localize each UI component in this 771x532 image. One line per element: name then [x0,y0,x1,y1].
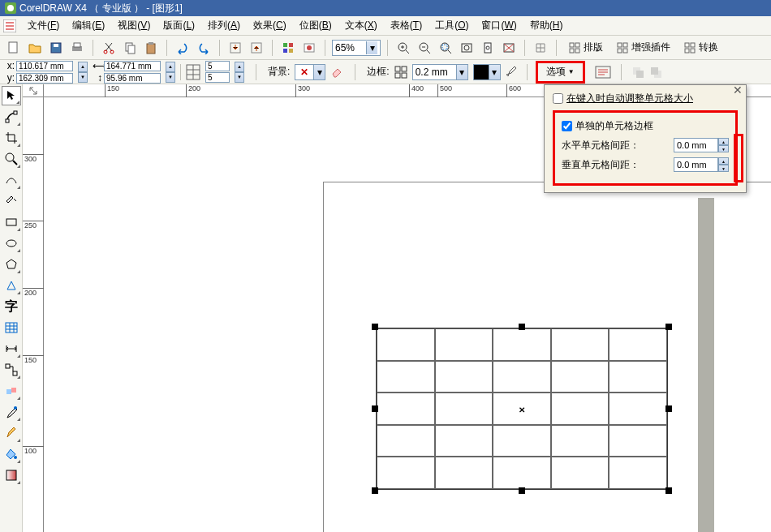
eraser-icon[interactable] [330,66,343,79]
export-button[interactable] [248,39,265,57]
handle-tm[interactable] [519,324,525,330]
svg-rect-52 [651,67,658,75]
menu-l[interactable]: 版面(L) [157,17,201,34]
bg-dropdown[interactable]: ▾ [314,64,325,80]
ruler-origin[interactable] [23,84,44,97]
zoom-fit-button[interactable] [458,39,476,57]
zoom-page-button[interactable] [479,39,497,57]
hspace-spinner[interactable]: ▲▼ [718,138,729,152]
svg-rect-41 [685,49,689,53]
handle-bl[interactable] [372,487,378,494]
blend-tool[interactable] [2,381,21,401]
shape-tool[interactable] [2,107,21,127]
menu-x[interactable]: 文本(X) [338,17,384,34]
crop-tool[interactable] [2,128,21,148]
undo-button[interactable] [174,39,192,57]
menu-w[interactable]: 窗口(W) [475,17,523,34]
menu-c[interactable]: 效果(C) [247,17,293,34]
close-icon[interactable]: ✕ [733,84,743,97]
cols-input[interactable] [205,72,230,83]
rc-spinner[interactable]: ▲▼ [235,62,244,83]
border-color-dropdown[interactable]: ▾ [489,64,501,80]
rectangle-tool[interactable] [2,212,21,232]
print-button[interactable] [68,39,86,57]
menu-a[interactable]: 排列(A) [201,17,247,34]
back-icon[interactable] [649,66,662,79]
menu-h[interactable]: 帮助(H) [523,17,570,34]
smart-draw-tool[interactable] [2,191,21,211]
new-button[interactable] [5,39,23,57]
border-all-icon[interactable] [394,66,407,79]
zoom-select[interactable]: 65% ▾ [332,40,381,56]
ellipse-tool[interactable] [2,234,21,253]
app-launcher-button[interactable] [279,39,297,57]
bg-none-swatch[interactable]: ✕ [295,64,314,80]
import-button[interactable] [226,39,244,57]
cut-button[interactable] [100,39,118,57]
outline-tool[interactable] [2,423,21,443]
menu-o[interactable]: 工具(O) [429,17,475,34]
options-button[interactable]: 选项▼ [536,61,585,84]
autofit-checkbox[interactable] [553,93,563,104]
width-input[interactable] [104,61,161,71]
text-wrap-icon[interactable] [595,66,611,79]
convert-button[interactable]: 转换 [678,39,723,56]
front-icon[interactable] [631,66,644,79]
vspace-spinner[interactable]: ▲▼ [718,157,729,172]
zoom-tool[interactable] [2,149,21,169]
y-input[interactable] [16,73,73,84]
redo-button[interactable] [195,39,213,57]
open-button[interactable] [26,39,44,57]
separate-checkbox[interactable] [562,121,572,131]
menu-f[interactable]: 文件(F) [21,17,66,34]
menu-t[interactable]: 表格(T) [384,17,429,34]
svg-rect-53 [6,119,9,122]
table-tool[interactable] [2,318,21,337]
handle-br[interactable] [665,487,672,494]
welcome-button[interactable] [300,39,318,57]
xy-spinner[interactable]: ▲▼ [78,62,88,83]
paste-button[interactable] [142,39,160,57]
x-input[interactable] [16,61,73,71]
handle-mr[interactable] [665,405,672,412]
enhance-button[interactable]: 增强插件 [611,39,675,56]
zoomout-button[interactable] [416,39,433,57]
basic-shapes-tool[interactable] [2,276,21,295]
wh-spinner[interactable]: ▲▼ [166,62,175,83]
menu-b[interactable]: 位图(B) [293,17,338,34]
menu-v[interactable]: 视图(V) [111,17,157,34]
polygon-tool[interactable] [2,255,21,274]
ruler-vertical[interactable]: 300250200150100 [23,97,44,532]
border-width-input[interactable]: 0.2 mm [412,64,457,80]
eyedropper-tool[interactable] [2,402,21,422]
height-input[interactable] [104,73,161,84]
menu-e[interactable]: 编辑(E) [66,17,111,34]
rows-input[interactable] [205,61,230,71]
snap-button[interactable] [532,39,549,57]
selected-table[interactable]: ✕ [376,328,668,490]
save-button[interactable] [47,39,65,57]
handle-ml[interactable] [372,405,378,412]
interactive-fill-tool[interactable] [2,466,21,485]
handle-tr[interactable] [665,324,672,330]
slider-track [698,198,714,532]
pick-tool[interactable] [2,86,21,105]
vspace-input[interactable] [674,157,718,172]
handle-bm[interactable] [519,487,525,494]
svg-rect-11 [128,45,135,54]
zoomin-button[interactable] [394,39,412,57]
zoom-sel-button[interactable] [437,39,454,57]
handle-tl[interactable] [372,324,378,330]
dimension-tool[interactable] [2,339,21,358]
layout-button[interactable]: 排版 [563,39,608,56]
freehand-tool[interactable] [2,170,21,190]
text-tool[interactable]: 字 [2,297,21,316]
border-color-swatch[interactable] [473,64,489,80]
copy-button[interactable] [121,39,139,57]
fill-tool[interactable] [2,444,21,464]
zoom-all-button[interactable] [500,39,518,57]
pen-icon[interactable] [506,66,519,79]
hspace-input[interactable] [674,138,718,152]
border-width-dropdown[interactable]: ▾ [457,64,468,80]
connector-tool[interactable] [2,360,21,380]
